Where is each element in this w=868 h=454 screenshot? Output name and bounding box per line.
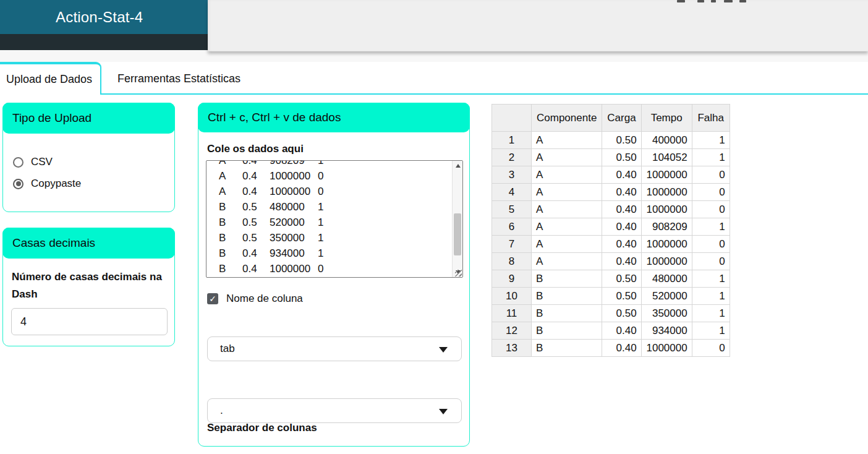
textarea-value: 0.4 xyxy=(242,261,270,276)
textarea-scrollbar[interactable] xyxy=(452,161,462,277)
chevron-down-icon xyxy=(439,409,448,414)
table-cell: 1 xyxy=(692,305,730,322)
selected-value: tab xyxy=(220,343,235,355)
textarea-value: 0.4 xyxy=(242,246,270,261)
column-header-componente: Componente xyxy=(532,105,602,132)
data-preview-table: Componente Carga Tempo Falha 1A0.5040000… xyxy=(491,104,730,357)
clipped-text-fragment xyxy=(677,0,685,2)
resize-handle-icon[interactable] xyxy=(455,270,462,276)
upload-type-panel: Tipo de Upload CSV Copypaste xyxy=(2,103,175,212)
table-cell: 480000 xyxy=(641,270,692,288)
scrollbar-thumb[interactable] xyxy=(454,213,461,255)
table-cell: 1000000 xyxy=(641,166,692,184)
table-cell: 400000 xyxy=(641,132,692,149)
textarea-value: 1000000 xyxy=(270,261,318,276)
clipped-text-fragment xyxy=(711,0,716,2)
table-cell: B xyxy=(532,322,602,340)
checkbox-label: Nome de coluna xyxy=(226,293,303,305)
panel-title: Ctrl + c, Ctrl + v de dados xyxy=(208,111,341,124)
paste-textarea-content: A0.49082091A0.410000000A0.410000000B0.54… xyxy=(206,160,452,276)
data-table-body: 1A0.5040000012A0.5010405213A0.4010000000… xyxy=(492,132,730,357)
table-row: 9B0.504800001 xyxy=(492,270,730,288)
table-cell: 0 xyxy=(692,236,730,253)
table-cell: 0.50 xyxy=(602,305,641,322)
tab-upload-de-dados[interactable]: Upload de Dados xyxy=(0,62,101,95)
textarea-value: 0 xyxy=(318,184,452,199)
table-cell: 1000000 xyxy=(641,184,692,201)
textarea-value: 908209 xyxy=(270,160,318,168)
table-cell: 1000000 xyxy=(641,201,692,218)
table-cell: 1 xyxy=(692,149,730,166)
table-cell: 104052 xyxy=(641,149,692,166)
panel-title: Tipo de Upload xyxy=(12,111,91,125)
textarea-value: B xyxy=(219,215,242,230)
table-cell: A xyxy=(532,218,602,236)
table-row: 1A0.504000001 xyxy=(492,132,730,149)
textarea-value: 1 xyxy=(318,230,452,246)
table-cell: B xyxy=(532,288,602,305)
textarea-line: A0.410000000 xyxy=(206,168,452,184)
textarea-value: A xyxy=(219,160,242,168)
table-cell: 908209 xyxy=(641,218,692,236)
row-index-cell: 2 xyxy=(492,149,532,166)
decimals-panel: Casas decimais Número de casas decimais … xyxy=(2,228,175,346)
table-cell: B xyxy=(532,340,602,357)
table-cell: 0.40 xyxy=(602,322,641,340)
table-cell: 0 xyxy=(692,253,730,270)
radio-label: CSV xyxy=(31,156,53,168)
table-row: 11B0.503500001 xyxy=(492,305,730,322)
radio-option-csv[interactable]: CSV xyxy=(13,156,174,168)
table-cell: A xyxy=(532,149,602,166)
column-name-checkbox-row[interactable]: ✓ Nome de coluna xyxy=(207,293,303,305)
table-cell: A xyxy=(532,184,602,201)
table-cell: A xyxy=(532,253,602,270)
row-index-cell: 9 xyxy=(492,270,532,288)
table-cell: 0 xyxy=(692,340,730,357)
row-index-cell: 4 xyxy=(492,184,532,201)
scroll-up-icon[interactable] xyxy=(453,161,463,171)
tab-underline xyxy=(101,93,868,95)
clipped-text-fragment xyxy=(739,0,746,2)
textarea-value: 350000 xyxy=(270,230,318,246)
checkbox-checked-icon[interactable]: ✓ xyxy=(207,293,218,304)
tab-ferramentas-estatisticas[interactable]: Ferramentas Estatísticas xyxy=(103,64,255,93)
clipped-text-fragment xyxy=(724,0,733,2)
textarea-line: B0.49340001 xyxy=(206,246,452,261)
table-cell: 1 xyxy=(692,218,730,236)
textarea-value: 0.5 xyxy=(242,199,270,215)
clipped-text-fragment xyxy=(697,0,704,2)
table-cell: 0.40 xyxy=(602,201,641,218)
upload-type-panel-header: Tipo de Upload xyxy=(2,103,175,134)
app-title: Action-Stat-4 xyxy=(56,9,143,26)
column-separator-label: Separador de colunas xyxy=(207,422,317,434)
table-cell: 1 xyxy=(692,322,730,340)
table-cell: 1000000 xyxy=(641,340,692,357)
radio-button-selected[interactable] xyxy=(13,179,23,189)
decimal-separator-select[interactable]: . xyxy=(207,398,462,423)
table-row: 8A0.4010000000 xyxy=(492,253,730,270)
table-cell: A xyxy=(532,132,602,149)
table-cell: B xyxy=(532,305,602,322)
radio-option-copypaste[interactable]: Copypaste xyxy=(13,178,174,190)
decimals-panel-header: Casas decimais xyxy=(2,228,175,259)
app-logo-block: Action-Stat-4 xyxy=(0,0,208,34)
table-row: 5A0.4010000000 xyxy=(492,201,730,218)
paste-textarea[interactable]: A0.49082091A0.410000000A0.410000000B0.54… xyxy=(206,160,463,278)
tab-label: Ferramentas Estatísticas xyxy=(117,72,240,85)
textarea-value: A xyxy=(219,168,242,184)
row-index-cell: 12 xyxy=(492,322,532,340)
table-row: 7A0.4010000000 xyxy=(492,236,730,253)
column-separator-select[interactable]: tab xyxy=(207,336,462,361)
textarea-value: 1000000 xyxy=(270,184,318,199)
table-cell: 934000 xyxy=(641,322,692,340)
table-header-row: Componente Carga Tempo Falha xyxy=(492,105,730,132)
table-cell: 520000 xyxy=(641,288,692,305)
table-cell: A xyxy=(532,236,602,253)
table-cell: 0.50 xyxy=(602,270,641,288)
radio-button-unselected[interactable] xyxy=(13,157,23,168)
table-row: 12B0.409340001 xyxy=(492,322,730,340)
sidebar-strip xyxy=(0,34,208,50)
decimals-input[interactable] xyxy=(11,308,168,335)
textarea-value: 0.4 xyxy=(242,168,270,184)
table-cell: 0.40 xyxy=(602,236,641,253)
